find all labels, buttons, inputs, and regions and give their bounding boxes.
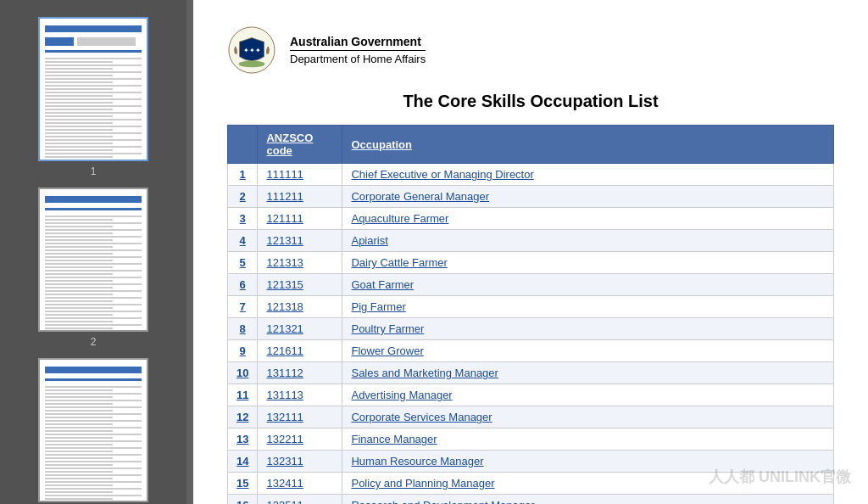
row-num-link[interactable]: 12: [236, 411, 248, 423]
thumbnail-list: 1: [0, 8, 186, 504]
occupation-value-link[interactable]: Flower Grower: [351, 344, 423, 357]
row-num-link[interactable]: 16: [236, 499, 248, 504]
cell-occupation: Corporate General Manager: [342, 186, 834, 208]
cell-occupation: Poultry Farmer: [342, 318, 834, 340]
sidebar-divider: [186, 0, 193, 504]
anzsco-code-value-link[interactable]: 131112: [266, 367, 303, 379]
table-row: 13132211Finance Manager: [228, 428, 834, 451]
main-content: ✦✦✦ Australian Government Department of …: [193, 0, 868, 504]
occupation-value-link[interactable]: Corporate General Manager: [351, 190, 489, 203]
occupation-value-link[interactable]: Human Resource Manager: [351, 455, 483, 468]
page-num-1: 1: [91, 165, 97, 177]
cell-row-num: 15: [228, 473, 258, 495]
occupation-value-link[interactable]: Goat Farmer: [351, 278, 414, 291]
row-num-link[interactable]: 1: [240, 168, 246, 181]
anzsco-code-value-link[interactable]: 121315: [266, 278, 303, 291]
anzsco-code-value-link[interactable]: 121318: [266, 300, 303, 313]
page-thumbnail-2[interactable]: 2: [38, 188, 148, 348]
svg-point-2: [239, 61, 265, 68]
anzsco-code-value-link[interactable]: 111211: [266, 190, 303, 203]
anzsco-code-value-link[interactable]: 121313: [266, 256, 303, 269]
anzsco-code-value-link[interactable]: 121311: [266, 234, 303, 247]
anzsco-code-value-link[interactable]: 121111: [266, 212, 303, 225]
coat-of-arms-icon: ✦✦✦: [227, 25, 276, 75]
row-num-link[interactable]: 14: [236, 455, 248, 468]
occupation-table: ANZSCO code Occupation 1111111Chief Exec…: [227, 125, 834, 504]
row-num-link[interactable]: 11: [236, 389, 248, 401]
row-num-link[interactable]: 9: [240, 344, 246, 357]
cell-row-num: 2: [228, 186, 258, 208]
anzsco-code-value-link[interactable]: 121321: [266, 322, 303, 335]
row-num-link[interactable]: 7: [240, 300, 246, 313]
table-header-row: ANZSCO code Occupation: [228, 126, 834, 164]
cell-occupation: Research and Development Manager: [342, 495, 834, 505]
anzsco-code-value-link[interactable]: 132511: [266, 499, 303, 504]
anzsco-code-value-link[interactable]: 131113: [266, 389, 303, 401]
cell-occupation: Sales and Marketing Manager: [342, 362, 834, 384]
row-num-link[interactable]: 13: [236, 433, 248, 445]
occupation-link[interactable]: Occupation: [351, 138, 412, 151]
thumbnail-preview-3[interactable]: [38, 358, 148, 502]
row-num-link[interactable]: 10: [236, 367, 248, 379]
table-row: 16132511Research and Development Manager: [228, 495, 834, 505]
document-title: The Core Skills Occupation List: [227, 92, 834, 111]
page-thumbnail-3[interactable]: 3: [38, 358, 148, 504]
row-num-link[interactable]: 8: [240, 322, 246, 335]
cell-row-num: 8: [228, 318, 258, 340]
cell-occupation: Advertising Manager: [342, 384, 834, 406]
row-num-link[interactable]: 4: [240, 234, 246, 247]
anzsco-code-value-link[interactable]: 111111: [266, 168, 303, 181]
anzsco-code-value-link[interactable]: 132211: [266, 433, 303, 445]
cell-anzsco-code: 121313: [258, 252, 342, 274]
cell-anzsco-code: 121321: [258, 318, 342, 340]
row-num-link[interactable]: 5: [240, 256, 246, 269]
table-row: 5121313Dairy Cattle Farmer: [228, 252, 834, 274]
cell-occupation: Dairy Cattle Farmer: [342, 252, 834, 274]
occupation-value-link[interactable]: Sales and Marketing Manager: [351, 367, 498, 379]
cell-occupation: Pig Farmer: [342, 296, 834, 318]
occupation-value-link[interactable]: Poultry Farmer: [351, 322, 424, 335]
row-num-link[interactable]: 3: [240, 212, 246, 225]
occupation-value-link[interactable]: Chief Executive or Managing Director: [351, 168, 533, 181]
page-thumbnail-1[interactable]: 1: [38, 17, 148, 177]
occupation-value-link[interactable]: Policy and Planning Manager: [351, 477, 494, 490]
anzsco-code-link[interactable]: ANZSCO code: [266, 132, 313, 157]
row-num-link[interactable]: 15: [236, 477, 248, 490]
occupation-value-link[interactable]: Corporate Services Manager: [351, 411, 492, 423]
row-num-link[interactable]: 2: [240, 190, 246, 203]
cell-anzsco-code: 132211: [258, 428, 342, 451]
row-num-link[interactable]: 6: [240, 278, 246, 291]
cell-occupation: Corporate Services Manager: [342, 406, 834, 428]
cell-occupation: Chief Executive or Managing Director: [342, 164, 834, 186]
cell-row-num: 14: [228, 451, 258, 473]
occupation-value-link[interactable]: Apiarist: [351, 234, 387, 247]
gov-title: Australian Government: [290, 35, 426, 51]
table-row: 14132311Human Resource Manager: [228, 451, 834, 473]
table-row: 1111111Chief Executive or Managing Direc…: [228, 164, 834, 186]
cell-row-num: 7: [228, 296, 258, 318]
cell-occupation: Apiarist: [342, 230, 834, 252]
occupation-value-link[interactable]: Aquaculture Farmer: [351, 212, 448, 225]
gov-subtitle: Department of Home Affairs: [290, 53, 426, 65]
cell-anzsco-code: 131112: [258, 362, 342, 384]
thumbnail-preview-1[interactable]: [38, 17, 148, 161]
occupation-value-link[interactable]: Pig Farmer: [351, 300, 405, 313]
thumbnail-preview-2[interactable]: [38, 188, 148, 332]
cell-row-num: 4: [228, 230, 258, 252]
anzsco-code-value-link[interactable]: 132311: [266, 455, 303, 468]
anzsco-code-value-link[interactable]: 132411: [266, 477, 303, 490]
occupation-value-link[interactable]: Finance Manager: [351, 433, 437, 445]
cell-anzsco-code: 121318: [258, 296, 342, 318]
table-row: 7121318Pig Farmer: [228, 296, 834, 318]
table-row: 9121611Flower Grower: [228, 340, 834, 362]
government-text: Australian Government Department of Home…: [290, 35, 426, 65]
occupation-value-link[interactable]: Research and Development Manager: [351, 499, 534, 504]
cell-row-num: 12: [228, 406, 258, 428]
anzsco-code-value-link[interactable]: 121611: [266, 344, 303, 357]
cell-anzsco-code: 121311: [258, 230, 342, 252]
anzsco-code-value-link[interactable]: 132111: [266, 411, 303, 423]
occupation-value-link[interactable]: Dairy Cattle Farmer: [351, 256, 447, 269]
cell-anzsco-code: 132111: [258, 406, 342, 428]
occupation-value-link[interactable]: Advertising Manager: [351, 389, 452, 401]
cell-anzsco-code: 111211: [258, 186, 342, 208]
